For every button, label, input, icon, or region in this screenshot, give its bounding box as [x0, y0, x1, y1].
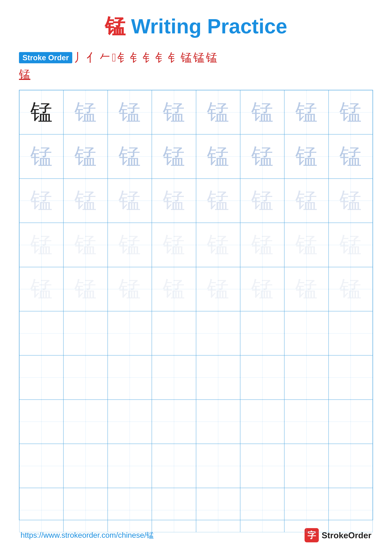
grid-cell-r2c2[interactable]: 锰 — [64, 134, 107, 178]
char-display: 锰 — [295, 97, 318, 127]
grid-cell-r10c3[interactable] — [108, 488, 152, 532]
grid-cell-r7c8[interactable] — [328, 355, 373, 400]
grid-cell-r1c7[interactable]: 锰 — [284, 90, 328, 134]
grid-cell-r4c1[interactable]: 锰 — [19, 223, 64, 267]
grid-cell-r9c7[interactable] — [284, 444, 328, 488]
grid-cell-r3c3[interactable]: 锰 — [108, 179, 152, 223]
grid-cell-r9c5[interactable] — [196, 444, 240, 488]
grid-cell-r6c3[interactable] — [108, 311, 152, 355]
grid-cell-r3c5[interactable]: 锰 — [196, 179, 240, 223]
grid-cell-r7c5[interactable] — [196, 355, 240, 400]
char-display: 锰 — [163, 186, 185, 216]
grid-cell-r6c5[interactable] — [196, 311, 240, 355]
grid-cell-r2c3[interactable]: 锰 — [108, 134, 152, 178]
grid-cell-r1c8[interactable]: 锰 — [328, 90, 373, 134]
grid-cell-r9c1[interactable] — [19, 444, 64, 488]
grid-cell-r6c1[interactable] — [19, 311, 64, 355]
grid-cell-r5c3[interactable]: 锰 — [108, 267, 152, 311]
grid-cell-r5c6[interactable]: 锰 — [240, 267, 284, 311]
char-display: 锰 — [30, 274, 52, 304]
grid-cell-r9c8[interactable] — [328, 444, 373, 488]
char-display: 锰 — [74, 274, 97, 304]
grid-cell-r10c4[interactable] — [152, 488, 196, 532]
grid-cell-r1c2[interactable]: 锰 — [64, 90, 107, 134]
grid-cell-r1c1[interactable]: 锰 — [19, 90, 64, 134]
grid-cell-r10c6[interactable] — [240, 488, 284, 532]
grid-cell-r9c6[interactable] — [240, 444, 284, 488]
grid-cell-r6c4[interactable] — [152, 311, 196, 355]
grid-cell-r7c2[interactable] — [64, 355, 107, 400]
grid-cell-r1c4[interactable]: 锰 — [152, 90, 196, 134]
char-display: 锰 — [119, 186, 141, 216]
grid-cell-r8c5[interactable] — [196, 400, 240, 444]
grid-cell-r9c2[interactable] — [64, 444, 107, 488]
char-display: 锰 — [295, 186, 318, 216]
grid-cell-r5c8[interactable]: 锰 — [328, 267, 373, 311]
grid-cell-r8c3[interactable] — [108, 400, 152, 444]
grid-cell-r1c6[interactable]: 锰 — [240, 90, 284, 134]
grid-cell-r7c1[interactable] — [19, 355, 64, 400]
char-display: 锰 — [251, 274, 273, 304]
grid-cell-r8c2[interactable] — [64, 400, 107, 444]
grid-cell-r3c4[interactable]: 锰 — [152, 179, 196, 223]
grid-cell-r5c4[interactable]: 锰 — [152, 267, 196, 311]
stroke-order-final-char: 锰 — [19, 67, 373, 82]
grid-cell-r4c6[interactable]: 锰 — [240, 223, 284, 267]
grid-cell-r4c5[interactable]: 锰 — [196, 223, 240, 267]
char-display: 锰 — [74, 97, 97, 127]
grid-cell-r2c1[interactable]: 锰 — [19, 134, 64, 178]
char-display: 锰 — [163, 230, 185, 260]
grid-cell-r5c1[interactable]: 锰 — [19, 267, 64, 311]
grid-cell-r10c5[interactable] — [196, 488, 240, 532]
grid-cell-r8c4[interactable] — [152, 400, 196, 444]
grid-cell-r1c3[interactable]: 锰 — [108, 90, 152, 134]
grid-cell-r4c4[interactable]: 锰 — [152, 223, 196, 267]
grid-cell-r7c6[interactable] — [240, 355, 284, 400]
grid-cell-r6c6[interactable] — [240, 311, 284, 355]
char-display: 锰 — [163, 97, 185, 127]
grid-cell-r7c7[interactable] — [284, 355, 328, 400]
grid-cell-r7c3[interactable] — [108, 355, 152, 400]
char-display: 锰 — [207, 186, 229, 216]
grid-cell-r8c6[interactable] — [240, 400, 284, 444]
grid-cell-r8c8[interactable] — [328, 400, 373, 444]
stroke-2: 亻 — [86, 50, 98, 65]
grid-cell-r8c7[interactable] — [284, 400, 328, 444]
grid-cell-r2c7[interactable]: 锰 — [284, 134, 328, 178]
final-stroke-char: 锰 — [19, 68, 30, 81]
grid-cell-r3c6[interactable]: 锰 — [240, 179, 284, 223]
grid-cell-r10c1[interactable] — [19, 488, 64, 532]
grid-cell-r10c2[interactable] — [64, 488, 107, 532]
grid-cell-r5c7[interactable]: 锰 — [284, 267, 328, 311]
grid-cell-r9c3[interactable] — [108, 444, 152, 488]
grid-cell-r4c3[interactable]: 锰 — [108, 223, 152, 267]
grid-cell-r3c2[interactable]: 锰 — [64, 179, 107, 223]
grid-cell-r6c8[interactable] — [328, 311, 373, 355]
grid-cell-r5c5[interactable]: 锰 — [196, 267, 240, 311]
grid-cell-r2c6[interactable]: 锰 — [240, 134, 284, 178]
grid-cell-r2c8[interactable]: 锰 — [328, 134, 373, 178]
stroke-9: 钅 — [168, 50, 179, 65]
grid-cell-r8c1[interactable] — [19, 400, 64, 444]
grid-cell-r3c8[interactable]: 锰 — [328, 179, 373, 223]
stroke-3: 𠂉 — [99, 51, 111, 64]
grid-cell-r5c2[interactable]: 锰 — [64, 267, 107, 311]
grid-cell-r1c5[interactable]: 锰 — [196, 90, 240, 134]
grid-cell-r10c7[interactable] — [284, 488, 328, 532]
grid-cell-r4c2[interactable]: 锰 — [64, 223, 107, 267]
stroke-11: 锰 — [193, 50, 205, 65]
grid-cell-r7c4[interactable] — [152, 355, 196, 400]
grid-cell-r3c7[interactable]: 锰 — [284, 179, 328, 223]
stroke-order-row: Stroke Order 丿 亻 𠂉 𠄌 钅 钅 钅 钅 钅 锰 锰 锰 — [19, 50, 373, 65]
grid-cell-r3c1[interactable]: 锰 — [19, 179, 64, 223]
grid-cell-r10c8[interactable] — [328, 488, 373, 532]
grid-cell-r9c4[interactable] — [152, 444, 196, 488]
grid-cell-r2c5[interactable]: 锰 — [196, 134, 240, 178]
grid-cell-r4c8[interactable]: 锰 — [328, 223, 373, 267]
grid-cell-r6c7[interactable] — [284, 311, 328, 355]
char-display: 锰 — [30, 186, 52, 216]
grid-cell-r2c4[interactable]: 锰 — [152, 134, 196, 178]
grid-cell-r4c7[interactable]: 锰 — [284, 223, 328, 267]
grid-cell-r6c2[interactable] — [64, 311, 107, 355]
char-display: 锰 — [163, 274, 185, 304]
